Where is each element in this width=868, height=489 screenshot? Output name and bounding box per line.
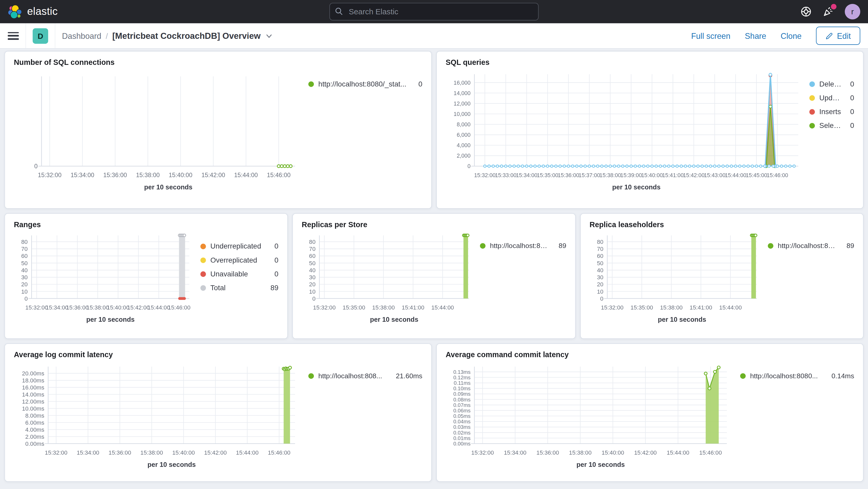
svg-text:80: 80 [597,239,603,245]
svg-text:14.00ms: 14.00ms [22,391,44,398]
svg-text:0: 0 [467,163,471,169]
svg-text:30: 30 [21,274,28,281]
legend-item[interactable]: http://localhost:8080/_sta...89 [768,242,854,250]
legend-item[interactable]: http://localhost:8080/_sta...89 [480,242,566,250]
svg-text:per 10 seconds: per 10 seconds [86,316,135,323]
legend-value: 21.60ms [392,372,423,380]
breadcrumb-dashboard-link[interactable]: Dashboard [62,31,101,40]
divider [26,23,26,48]
svg-text:per 10 seconds: per 10 seconds [147,461,196,468]
dashboard-grid: Number of SQL connections 015:32:0015:34… [0,49,868,482]
svg-text:15:34:00: 15:34:00 [504,449,527,456]
svg-text:15:32:00: 15:32:00 [313,304,336,311]
legend-label: Updates [819,94,841,102]
legend-item[interactable]: Total89 [200,283,279,292]
svg-text:0.01ms: 0.01ms [454,435,471,441]
legend-item[interactable]: Deletes0 [809,80,854,88]
elastic-home-link[interactable]: elastic [8,4,58,19]
svg-text:15:38:00: 15:38:00 [136,172,160,179]
svg-text:20.00ms: 20.00ms [22,370,44,377]
legend-dot-icon [768,243,773,248]
help-button[interactable] [801,6,812,17]
svg-text:15:41:00: 15:41:00 [690,304,712,311]
whats-new-button[interactable] [823,6,834,17]
global-search [330,3,539,21]
svg-text:20: 20 [21,281,28,287]
legend-item[interactable]: http://localhost:808...21.60ms [308,372,423,380]
panel-title: Average log commit latency [14,351,423,359]
svg-text:40: 40 [309,267,316,274]
panel-title: Replicas per Store [302,220,566,229]
avatar-initial: r [851,7,854,16]
svg-text:15:38:00: 15:38:00 [599,172,621,179]
legend-item[interactable]: Underreplicated0 [200,242,279,250]
page-title[interactable]: [Metricbeat CockroachDB] Overview [112,31,260,41]
legend-item[interactable]: Overreplicated0 [200,256,279,264]
edit-button[interactable]: Edit [816,27,860,45]
svg-text:0.06ms: 0.06ms [454,408,471,414]
svg-text:15:41:00: 15:41:00 [402,304,425,311]
clone-button[interactable]: Clone [780,31,802,40]
legend-item[interactable]: Unavailable0 [200,270,279,278]
legend-item[interactable]: Updates0 [809,94,854,102]
legend-label: http://localhost:8080... [750,372,818,380]
svg-text:8,000: 8,000 [457,121,471,128]
svg-text:15:35:00: 15:35:00 [343,304,365,311]
svg-text:0.03ms: 0.03ms [454,424,471,430]
svg-text:15:46:00: 15:46:00 [767,172,788,179]
search-input[interactable] [330,3,539,21]
search-icon [335,7,343,16]
chart-replica-leaseholders[interactable]: 0102030405060708015:32:0015:35:0015:38:0… [590,231,761,333]
share-button[interactable]: Share [745,31,766,40]
legend-replica-leaseholders: http://localhost:8080/_sta...89 [761,231,854,333]
svg-text:15:36:00: 15:36:00 [108,449,131,456]
chart-ranges[interactable]: 0102030405060708015:32:0015:34:0015:36:0… [14,231,194,333]
svg-text:80: 80 [309,239,316,245]
svg-text:16,000: 16,000 [454,80,471,86]
menu-button[interactable] [8,32,19,40]
panel-ranges: Ranges 0102030405060708015:32:0015:34:00… [4,213,288,339]
svg-text:10: 10 [309,288,316,295]
legend-dot-icon [740,373,746,379]
chart-avg-command-commit-latency[interactable]: 0.00ms0.01ms0.02ms0.03ms0.04ms0.05ms0.06… [445,361,733,475]
legend-label: Underreplicated [210,242,261,250]
svg-text:15:32:00: 15:32:00 [471,449,494,456]
user-avatar[interactable]: r [845,4,861,20]
legend-item[interactable]: http://localhost:8080...0.14ms [740,372,854,380]
svg-text:0: 0 [312,296,315,302]
svg-text:15:32:00: 15:32:00 [45,449,67,456]
svg-text:20: 20 [309,281,316,287]
svg-text:30: 30 [597,274,603,281]
svg-text:per 10 seconds: per 10 seconds [658,316,706,323]
legend-label: http://localhost:808... [318,372,382,380]
legend-value: 0 [270,242,278,250]
svg-text:15:38:00: 15:38:00 [87,304,109,311]
svg-text:15:35:00: 15:35:00 [537,172,558,179]
legend-item[interactable]: Selects0 [809,121,854,130]
full-screen-button[interactable]: Full screen [691,31,731,40]
panel-replica-leaseholders: Replica leaseholders 0102030405060708015… [580,213,864,339]
edit-label: Edit [837,31,851,40]
svg-text:0: 0 [25,296,28,302]
chart-avg-log-commit-latency[interactable]: 0.00ms2.00ms4.00ms6.00ms8.00ms10.00ms12.… [14,361,302,475]
space-badge[interactable]: D [33,28,48,43]
chart-sql-queries[interactable]: 02,0004,0006,0008,00010,00012,00014,0001… [445,69,803,202]
svg-text:15:42:00: 15:42:00 [683,172,705,179]
chart-sql-connections[interactable]: 015:32:0015:34:0015:36:0015:38:0015:40:0… [14,69,302,202]
panel-avg-log-commit-latency: Average log commit latency 0.00ms2.00ms4… [4,343,432,482]
svg-text:15:40:00: 15:40:00 [641,172,663,179]
svg-text:15:45:00: 15:45:00 [746,172,767,179]
svg-text:0: 0 [600,296,603,302]
svg-text:15:34:00: 15:34:00 [45,304,68,311]
header-actions: r [801,4,861,20]
chevron-down-icon[interactable] [265,32,273,40]
svg-text:10: 10 [21,288,28,295]
legend-item[interactable]: http://localhost:8080/_stat...0 [308,80,423,88]
svg-text:15:36:00: 15:36:00 [558,172,579,179]
legend-dot-icon [809,95,815,100]
legend-item[interactable]: Inserts0 [809,107,854,116]
chart-replicas-per-store[interactable]: 0102030405060708015:32:0015:35:0015:38:0… [302,231,473,333]
svg-text:8.00ms: 8.00ms [25,412,44,419]
svg-text:15:32:00: 15:32:00 [38,172,61,179]
legend-value: 0 [846,121,854,130]
